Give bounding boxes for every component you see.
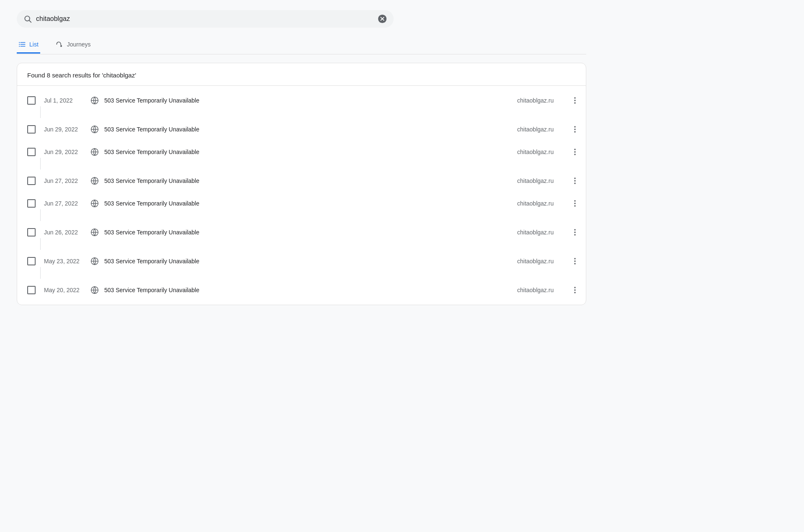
globe-icon [90,176,99,185]
result-checkbox[interactable] [27,96,36,105]
journeys-icon [55,40,64,49]
svg-point-48 [574,287,576,288]
svg-point-24 [574,151,576,153]
result-status: 503 Service Temporarily Unavailable [104,177,510,184]
result-date: May 20, 2022 [44,287,90,293]
globe-icon [90,285,99,295]
more-options-button[interactable] [567,286,576,294]
results-summary: Found 8 search results for 'chitaoblgaz' [17,63,586,86]
result-status: 503 Service Temporarily Unavailable [104,287,510,293]
svg-point-43 [574,258,576,260]
result-domain: chitaoblgaz.ru [517,287,567,293]
more-options-button[interactable] [567,148,576,156]
tab-journeys-label: Journeys [67,41,91,48]
result-checkbox[interactable] [27,177,36,185]
result-date: Jul 1, 2022 [44,97,90,104]
result-checkbox[interactable] [27,125,36,134]
tab-journeys[interactable]: Journeys [54,36,93,54]
result-domain: chitaoblgaz.ru [517,200,567,207]
list-item: Jun 26, 2022 503 Service Temporarily Una… [17,221,586,244]
svg-point-34 [574,203,576,204]
globe-icon [90,96,99,105]
svg-point-23 [574,149,576,150]
svg-point-30 [574,182,576,184]
result-date: Jun 26, 2022 [44,229,90,236]
result-domain: chitaoblgaz.ru [517,177,567,184]
result-status: 503 Service Temporarily Unavailable [104,229,510,236]
list-item: Jun 27, 2022 503 Service Temporarily Una… [17,192,586,215]
globe-icon [90,199,99,208]
connector-line [40,209,41,221]
more-options-button[interactable] [567,126,576,133]
result-checkbox[interactable] [27,228,36,236]
globe-icon [90,125,99,134]
svg-point-20 [574,131,576,133]
result-date: Jun 29, 2022 [44,126,90,133]
clear-button[interactable] [378,14,387,23]
more-options-button[interactable] [567,97,576,104]
connector-line [40,158,41,170]
result-domain: chitaoblgaz.ru [517,229,567,236]
result-date: Jun 27, 2022 [44,177,90,184]
tab-divider [17,54,586,54]
svg-point-40 [574,234,576,236]
svg-point-38 [574,229,576,231]
globe-icon [90,257,99,266]
list-icon [18,41,26,48]
svg-point-45 [574,263,576,265]
result-domain: chitaoblgaz.ru [517,126,567,133]
more-options-button[interactable] [567,257,576,265]
svg-line-1 [29,21,31,23]
list-item: Jun 29, 2022 503 Service Temporarily Una… [17,118,586,141]
more-options-button[interactable] [567,200,576,207]
svg-point-50 [574,292,576,293]
list-item: Jun 29, 2022 503 Service Temporarily Una… [17,141,586,164]
connector-line [40,267,41,279]
search-input[interactable] [36,15,378,23]
tab-list[interactable]: List [17,36,40,54]
list-item: Jul 1, 2022 503 Service Temporarily Unav… [17,89,586,112]
svg-point-18 [574,126,576,128]
result-status: 503 Service Temporarily Unavailable [104,258,510,265]
svg-point-25 [574,154,576,155]
globe-icon [90,228,99,237]
result-status: 503 Service Temporarily Unavailable [104,149,510,155]
result-domain: chitaoblgaz.ru [517,97,567,104]
result-status: 503 Service Temporarily Unavailable [104,97,510,104]
result-checkbox[interactable] [27,148,36,156]
connector-line [40,106,41,118]
svg-point-28 [574,177,576,179]
more-options-button[interactable] [567,177,576,185]
result-domain: chitaoblgaz.ru [517,258,567,265]
search-icon [23,15,32,23]
connector-line [40,238,41,250]
result-checkbox[interactable] [27,286,36,294]
result-domain: chitaoblgaz.ru [517,149,567,155]
result-date: Jun 27, 2022 [44,200,90,207]
results-list: Jul 1, 2022 503 Service Temporarily Unav… [17,86,586,305]
svg-point-49 [574,289,576,291]
result-checkbox[interactable] [27,199,36,208]
globe-icon [90,147,99,157]
svg-point-44 [574,260,576,262]
more-options-button[interactable] [567,229,576,236]
svg-point-14 [574,100,576,101]
list-item: May 23, 2022 503 Service Temporarily Una… [17,250,586,273]
result-checkbox[interactable] [27,257,36,265]
result-date: Jun 29, 2022 [44,149,90,155]
results-card: Found 8 search results for 'chitaoblgaz'… [17,63,586,305]
svg-point-29 [574,180,576,182]
svg-point-35 [574,205,576,207]
svg-point-15 [574,102,576,104]
result-status: 503 Service Temporarily Unavailable [104,126,510,133]
list-item: May 20, 2022 503 Service Temporarily Una… [17,279,586,301]
search-bar [17,10,394,28]
tabs: List Journeys [17,36,787,54]
svg-point-13 [574,97,576,99]
svg-point-19 [574,129,576,130]
svg-point-33 [574,200,576,202]
tab-list-label: List [29,41,39,48]
svg-point-39 [574,231,576,233]
result-status: 503 Service Temporarily Unavailable [104,200,510,207]
list-item: Jun 27, 2022 503 Service Temporarily Una… [17,170,586,192]
